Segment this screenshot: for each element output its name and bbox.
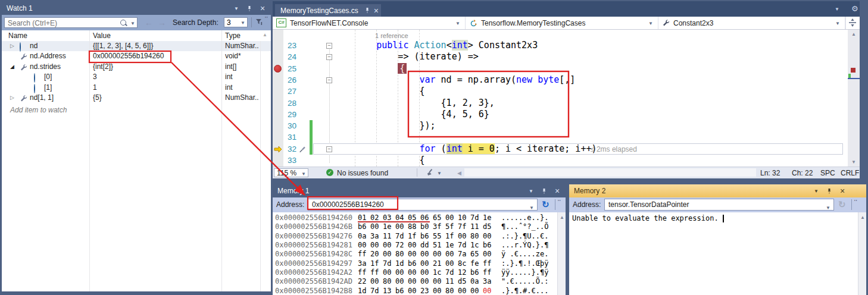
forward-arrow-icon[interactable]: → <box>158 18 166 27</box>
tab-memorytestingcases[interactable]: MemoryTestingCases.cs × <box>275 4 381 17</box>
column-value[interactable]: Value <box>93 32 111 40</box>
tab-pin-icon[interactable] <box>364 6 370 15</box>
watch-row[interactable]: ▷nd[1, 1]{5}NumShar... <box>2 93 271 103</box>
scroll-left-icon[interactable]: ◀ <box>457 170 461 176</box>
memory2-scrollbar[interactable]: ▲ <box>858 212 866 295</box>
chevron-down-icon[interactable]: ▼ <box>455 21 460 26</box>
expander-icon[interactable]: ◢ <box>10 64 14 70</box>
close-icon[interactable]: × <box>552 186 562 196</box>
code-area[interactable]: 1 reference 23−public Action<int> Consta… <box>273 30 848 167</box>
code-line[interactable]: 30}); <box>273 120 848 131</box>
search-icon[interactable] <box>120 20 126 26</box>
collapse-minus-icon[interactable]: − <box>326 54 332 60</box>
scroll-up-icon[interactable]: ▲ <box>263 32 267 37</box>
watch-row[interactable]: nd.Address0x000002556b194260void* <box>2 51 271 61</box>
code-line[interactable]: 25{ <box>273 63 848 74</box>
memory-ascii: ...r.ÝQ.}.¶ <box>501 241 548 250</box>
issues-status[interactable]: No issues found <box>337 169 388 177</box>
pin-icon[interactable] <box>245 4 254 13</box>
window-menu-icon[interactable]: ▼ <box>811 186 821 196</box>
project-dropdown[interactable]: C# TensorFlowNET.Console ▼ <box>273 17 466 29</box>
toolbar-overflow-icon[interactable]: '' <box>854 199 857 205</box>
memory-byte: 00 <box>408 287 417 295</box>
horizontal-scrollbar[interactable] <box>464 168 756 177</box>
toolbar-overflow-icon[interactable]: '' <box>558 199 561 205</box>
watch-row[interactable]: [0]3int <box>2 72 271 82</box>
column-divider[interactable] <box>89 30 90 291</box>
scroll-up-icon[interactable]: ▲ <box>560 215 564 220</box>
editor-vertical-scrollbar[interactable]: ▲ ▼ <box>848 30 860 167</box>
watch-add-row[interactable]: Add item to watch <box>2 105 271 115</box>
column-divider[interactable] <box>221 30 222 291</box>
scroll-up-icon[interactable]: ▲ <box>851 32 856 37</box>
search-input[interactable] <box>7 18 116 29</box>
collapse-minus-icon[interactable]: − <box>326 43 332 49</box>
memory-byte: b6 <box>408 259 417 268</box>
expander-icon[interactable]: ▷ <box>10 95 14 101</box>
scroll-up-icon[interactable]: ▲ <box>860 215 865 220</box>
pin-icon[interactable] <box>825 186 834 196</box>
expander-icon[interactable]: ▷ <box>10 43 14 49</box>
collapse-minus-icon[interactable]: − <box>326 77 332 83</box>
code-lens-references[interactable]: 1 reference <box>375 32 408 39</box>
toolbar-overflow-icon[interactable]: '' <box>265 15 268 21</box>
code-line[interactable]: 24−=> (iterate) => <box>273 51 848 62</box>
tab-close-icon[interactable]: × <box>374 6 379 15</box>
code-line[interactable]: 27{ <box>273 86 848 97</box>
chevron-down-icon[interactable]: ▼ <box>648 21 653 26</box>
memory-row[interactable]: 0x000002556B1942600102030405066500107d1e… <box>275 214 555 222</box>
status-insert-mode: SPC <box>820 169 835 177</box>
code-text: {4, 5, 6} <box>441 109 489 120</box>
chevron-down-icon[interactable]: ▼ <box>241 20 245 26</box>
gear-icon[interactable]: ⚙ <box>851 4 858 13</box>
collapse-minus-icon[interactable]: − <box>326 146 332 152</box>
memory1-content[interactable]: 0x000002556B1942600102030405066500107d1e… <box>273 212 557 295</box>
close-icon[interactable]: × <box>258 4 267 13</box>
chevron-down-icon[interactable]: ▼ <box>301 171 306 177</box>
code-line[interactable]: 29{4, 5, 6} <box>273 109 848 120</box>
refresh-icon[interactable]: ↻ <box>542 199 549 210</box>
scrollbar-breakpoint-mark <box>851 68 855 73</box>
code-line[interactable]: 28{1, 2, 3}, <box>273 98 848 109</box>
memory-row[interactable]: 0x000002556B1942AD2200800000000011d50a3a… <box>275 277 555 286</box>
window-menu-icon[interactable]: ▼ <box>526 186 536 196</box>
memory2-address-input[interactable]: tensor.TensorDataPointer ▼ <box>604 199 834 211</box>
tabbar-menu-icon[interactable]: ▼ <box>835 7 839 12</box>
column-type[interactable]: Type <box>225 32 241 40</box>
watch-row[interactable]: ◢nd.strides{int[2]}int[] <box>2 62 271 72</box>
watch-row[interactable]: [1]1int <box>2 83 271 93</box>
zoom-level-combo[interactable]: 115 % ▼ <box>274 168 308 177</box>
memory-row[interactable]: 0x000002556B19426Bb6001e0088b03f5f7f11d5… <box>275 222 555 231</box>
memory-row[interactable]: 0x000002556B1942B81d7d13b600230080000000… <box>275 287 555 295</box>
memory-row[interactable]: 0x000002556B1942A2ffff000000001c7d12b6ff… <box>275 268 555 277</box>
memory-row[interactable]: 0x000002556B19428Cff200080000000007a6500… <box>275 250 555 259</box>
class-dropdown[interactable]: Tensorflow.MemoryTestingCases ▼ <box>466 17 658 29</box>
memory2-content[interactable]: Unable to evaluate the expression. <box>569 212 858 295</box>
window-menu-icon[interactable]: ▼ <box>232 4 241 13</box>
memory-row[interactable]: 0x000002556B1942760a3a117d1fb6551f008000… <box>275 232 555 241</box>
code-line[interactable]: 32−for (int i = 0; i < iterate; i++)≤ 2m… <box>273 143 848 155</box>
code-line[interactable]: 33{ <box>273 155 848 166</box>
memory1-scrollbar[interactable]: ▲ <box>557 212 566 295</box>
member-dropdown[interactable]: Constant2x3 ▼ <box>658 17 845 29</box>
memory1-address-input[interactable]: 0x000002556B194260 ▼ <box>308 199 538 211</box>
watch-row[interactable]: ▷nd{[[1, 2, 3], [4, 5, 6]]}NumShar... <box>2 41 271 51</box>
code-line[interactable]: 23−public Action<int> Constant2x3 <box>273 40 848 51</box>
split-editor-button[interactable] <box>845 17 860 29</box>
chevron-down-icon[interactable]: ▼ <box>835 21 840 26</box>
code-line[interactable]: 26−var nd = np.array(new byte[,] <box>273 74 848 86</box>
filter-pin-icon[interactable] <box>255 18 263 26</box>
chevron-down-icon[interactable]: ▼ <box>130 21 135 26</box>
close-icon[interactable]: × <box>838 186 847 196</box>
memory-row[interactable]: 0x000002556B1942973a1f7d1db60021008cfeff… <box>275 259 555 268</box>
column-name[interactable]: Name <box>8 32 27 40</box>
back-arrow-icon[interactable]: ← <box>145 18 153 27</box>
memory-row[interactable]: 0x000002556B1942810000007200dd511e7d1cb6… <box>275 241 555 250</box>
chevron-down-icon[interactable]: ▼ <box>437 171 442 176</box>
search-depth-combo[interactable]: 3 ▼ <box>224 17 248 27</box>
refresh-icon[interactable]: ↻ <box>838 199 846 210</box>
scroll-down-icon[interactable]: ▼ <box>851 159 856 165</box>
code-line[interactable]: 31 <box>273 131 848 143</box>
format-broom-icon[interactable] <box>425 168 434 177</box>
pin-icon[interactable] <box>539 186 549 196</box>
